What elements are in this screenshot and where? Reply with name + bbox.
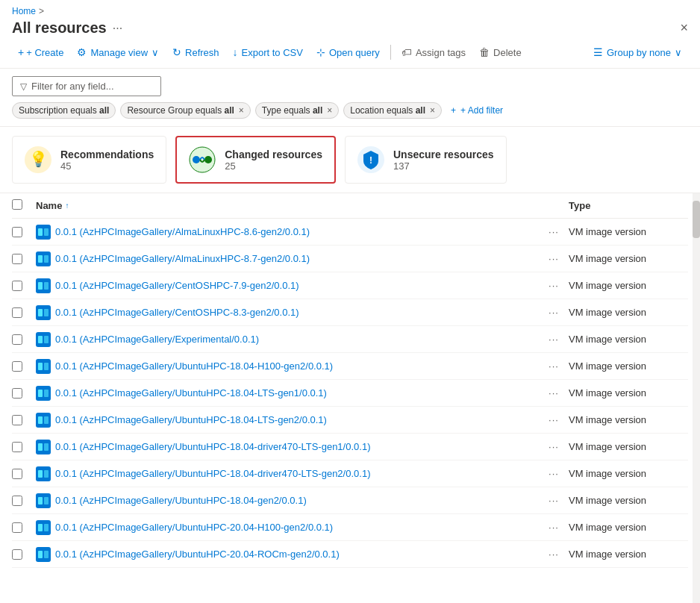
table-header: Name ↑ Type <box>12 193 688 219</box>
vm-image-icon <box>36 466 51 481</box>
scrollbar-thumb <box>693 201 700 238</box>
card-unsecure-resources[interactable]: ! Unsecure resources 137 <box>345 136 507 184</box>
table-row: 0.0.1 (AzHPCImageGallery/UbuntuHPC-18.04… <box>12 353 688 380</box>
row-checkbox-1[interactable] <box>12 254 36 264</box>
delete-button[interactable]: 🗑 Delete <box>473 43 528 62</box>
row-actions-9[interactable]: ··· <box>539 468 569 479</box>
row-checkbox-9[interactable] <box>12 469 36 479</box>
row-actions-12[interactable]: ··· <box>539 549 569 560</box>
filter-tag-resource-group[interactable]: Resource Group equals all × <box>120 102 250 119</box>
row-actions-4[interactable]: ··· <box>539 334 569 345</box>
row-checkbox-4[interactable] <box>12 334 36 345</box>
card-changed-resources[interactable]: Changed resources 25 <box>175 136 336 184</box>
vertical-scrollbar[interactable] <box>693 193 700 603</box>
row-name-5[interactable]: 0.0.1 (AzHPCImageGallery/UbuntuHPC-18.04… <box>55 360 539 372</box>
add-filter-button[interactable]: + + Add filter <box>446 103 507 118</box>
svg-rect-26 <box>38 390 43 397</box>
row-name-11[interactable]: 0.0.1 (AzHPCImageGallery/UbuntuHPC-20.04… <box>55 522 539 533</box>
row-name-4[interactable]: 0.0.1 (AzHPCImageGallery/Experimental/0.… <box>55 334 539 345</box>
filter-tag-type[interactable]: Type equals all × <box>255 102 339 119</box>
manage-view-button[interactable]: ⚙ Manage view ∨ <box>71 43 165 62</box>
row-name-3[interactable]: 0.0.1 (AzHPCImageGallery/CentOSHPC-8.3-g… <box>55 307 539 318</box>
row-name-8[interactable]: 0.0.1 (AzHPCImageGallery/UbuntuHPC-18.04… <box>55 441 539 452</box>
row-actions-1[interactable]: ··· <box>539 253 569 264</box>
row-actions-3[interactable]: ··· <box>539 307 569 318</box>
close-button[interactable]: × <box>680 20 688 36</box>
select-all-checkbox[interactable] <box>12 199 22 210</box>
row-checkbox-12[interactable] <box>12 549 36 560</box>
svg-rect-27 <box>44 390 49 397</box>
home-link[interactable]: Home <box>12 6 36 16</box>
row-checkbox-11[interactable] <box>12 522 36 533</box>
vm-image-icon <box>36 386 51 401</box>
row-name-7[interactable]: 0.0.1 (AzHPCImageGallery/UbuntuHPC-18.04… <box>55 414 539 425</box>
svg-rect-15 <box>44 282 49 290</box>
row-actions-7[interactable]: ··· <box>539 414 569 425</box>
row-actions-10[interactable]: ··· <box>539 495 569 506</box>
column-name-header[interactable]: Name ↑ <box>36 200 539 211</box>
delete-icon: 🗑 <box>479 46 490 58</box>
row-checkbox-8[interactable] <box>12 442 36 452</box>
svg-rect-14 <box>38 282 43 290</box>
row-name-2[interactable]: 0.0.1 (AzHPCImageGallery/CentOSHPC-7.9-g… <box>55 280 539 291</box>
changed-resources-icon <box>189 146 216 173</box>
table-row: 0.0.1 (AzHPCImageGallery/UbuntuHPC-20.04… <box>12 541 688 568</box>
filter-input[interactable]: ▽ Filter for any field... <box>12 76 161 96</box>
table-row: 0.0.1 (AzHPCImageGallery/CentOSHPC-7.9-g… <box>12 272 688 299</box>
row-checkbox-5[interactable] <box>12 361 36 372</box>
row-type-8: VM image version <box>569 441 688 452</box>
column-type-header[interactable]: Type <box>569 200 688 211</box>
sort-arrow-icon: ↑ <box>65 201 69 210</box>
filter-tag-type-close[interactable]: × <box>327 105 332 116</box>
unsecure-resources-title: Unsecure resources <box>393 149 494 160</box>
gear-icon: ⚙ <box>77 46 87 58</box>
row-checkbox-6[interactable] <box>12 388 36 399</box>
assign-tags-button[interactable]: 🏷 Assign tags <box>396 43 472 62</box>
row-name-10[interactable]: 0.0.1 (AzHPCImageGallery/UbuntuHPC-18.04… <box>55 495 539 506</box>
export-csv-button[interactable]: ↓ Export to CSV <box>227 43 309 62</box>
row-name-0[interactable]: 0.0.1 (AzHPCImageGallery/AlmaLinuxHPC-8.… <box>55 226 539 237</box>
svg-rect-32 <box>38 443 43 451</box>
row-checkbox-2[interactable] <box>12 281 36 291</box>
svg-rect-23 <box>38 363 43 370</box>
row-actions-0[interactable]: ··· <box>539 226 569 237</box>
filter-tag-subscription[interactable]: Subscription equals all <box>12 102 116 119</box>
filter-tag-resource-group-close[interactable]: × <box>239 105 244 116</box>
svg-rect-18 <box>44 309 49 316</box>
row-name-12[interactable]: 0.0.1 (AzHPCImageGallery/UbuntuHPC-20.04… <box>55 549 539 560</box>
row-actions-2[interactable]: ··· <box>539 280 569 291</box>
row-checkbox-10[interactable] <box>12 496 36 506</box>
row-name-9[interactable]: 0.0.1 (AzHPCImageGallery/UbuntuHPC-18.04… <box>55 468 539 479</box>
svg-rect-45 <box>44 551 49 558</box>
table-row: 0.0.1 (AzHPCImageGallery/AlmaLinuxHPC-8.… <box>12 219 688 246</box>
filter-tag-location-close[interactable]: × <box>430 105 435 116</box>
row-actions-11[interactable]: ··· <box>539 522 569 533</box>
svg-rect-44 <box>38 551 43 558</box>
svg-text:!: ! <box>369 155 372 166</box>
svg-rect-42 <box>44 524 49 531</box>
filter-tags: Subscription equals all Resource Group e… <box>12 102 688 119</box>
breadcrumb: Home > <box>12 6 688 16</box>
create-button[interactable]: + + Create <box>12 43 69 62</box>
row-checkbox-3[interactable] <box>12 307 36 318</box>
more-options-button[interactable]: ··· <box>113 22 122 35</box>
svg-rect-20 <box>38 336 43 343</box>
row-checkbox-7[interactable] <box>12 415 36 425</box>
refresh-button[interactable]: ↻ Refresh <box>166 43 225 62</box>
group-icon: ☰ <box>593 46 603 58</box>
row-actions-5[interactable]: ··· <box>539 360 569 372</box>
row-actions-8[interactable]: ··· <box>539 441 569 452</box>
table-row: 0.0.1 (AzHPCImageGallery/UbuntuHPC-18.04… <box>12 487 688 514</box>
row-actions-6[interactable]: ··· <box>539 387 569 399</box>
row-checkbox-0[interactable] <box>12 227 36 237</box>
row-name-1[interactable]: 0.0.1 (AzHPCImageGallery/AlmaLinuxHPC-8.… <box>55 253 539 264</box>
card-recommendations[interactable]: 💡 Recommendations 45 <box>12 136 166 184</box>
group-by-button[interactable]: ☰ Group by none ∨ <box>587 43 688 62</box>
row-type-11: VM image version <box>569 522 688 533</box>
row-name-6[interactable]: 0.0.1 (AzHPCImageGallery/UbuntuHPC-18.04… <box>55 387 539 399</box>
open-query-button[interactable]: ⊹ Open query <box>310 43 386 62</box>
filter-tag-location[interactable]: Location equals all × <box>343 102 442 119</box>
filter-placeholder: Filter for any field... <box>31 81 114 92</box>
export-icon: ↓ <box>233 46 238 58</box>
vm-image-icon <box>36 332 51 347</box>
